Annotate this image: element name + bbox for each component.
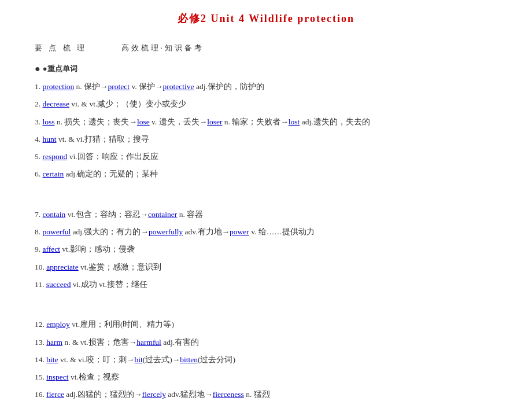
vocab-list-2: 7. contain vt.包含；容纳；容忍→container n. 容器 8… [35, 208, 497, 292]
section1-label: ● ●重点单词 [35, 64, 497, 74]
list-item: 14. bite vt. & vi.咬；叮；刺→bit(过去式)→bitten(… [35, 353, 497, 367]
list-item: 7. contain vt.包含；容纳；容忍→container n. 容器 [35, 208, 497, 222]
list-item: 1. protection n. 保护→protect v. 保护→protec… [35, 80, 497, 94]
list-item: 3. loss n. 损失；遗失；丧失→lose v. 遗失，丢失→loser … [35, 115, 497, 129]
section1-group: ● ●重点单词 1. protection n. 保护→protect v. 保… [35, 64, 497, 182]
list-item: 9. affect vt.影响；感动；侵袭 [35, 242, 497, 256]
vocab-list-3: 12. employ vt.雇用；利用(时间、精力等) 13. harm n. … [35, 318, 497, 402]
list-item: 13. harm n. & vt.损害；危害→harmful adj.有害的 [35, 336, 497, 349]
list-item: 10. appreciate vt.鉴赏；感激；意识到 [35, 260, 497, 274]
list-item: 6. certain adj.确定的；无疑的；某种 [35, 167, 497, 181]
divider2 [35, 306, 497, 318]
list-item: 5. respond vi.回答；响应；作出反应 [35, 150, 497, 164]
list-item: 15. inspect vt.检查；视察 [35, 370, 497, 384]
list-item: 8. powerful adj.强大的；有力的→powerfully adv.有… [35, 225, 497, 239]
list-item: 2. decrease vi. & vt.减少；（使）变小或变少 [35, 97, 497, 111]
list-item: 4. hunt vt. & vi.打猎；猎取；搜寻 [35, 132, 497, 146]
header-label: 要 点 梳 理 [35, 43, 87, 53]
vocab-list-1: 1. protection n. 保护→protect v. 保护→protec… [35, 80, 497, 182]
list-item: 12. employ vt.雇用；利用(时间、精力等) [35, 318, 497, 332]
list-item: 11. succeed vi.成功 vt.接替；继任 [35, 278, 497, 292]
section3-group: 12. employ vt.雇用；利用(时间、精力等) 13. harm n. … [35, 318, 497, 402]
divider1 [35, 196, 497, 208]
page-title: 必修2 Unit 4 Wildlife protection [35, 12, 497, 25]
list-item: 16. fierce adj.凶猛的；猛烈的→fiercely adv.猛烈地→… [35, 388, 497, 402]
header-sublabel: 高效梳理·知识备考 [121, 43, 204, 53]
section2-group: 7. contain vt.包含；容纳；容忍→container n. 容器 8… [35, 208, 497, 292]
section-header-row: 要 点 梳 理 高效梳理·知识备考 [35, 43, 497, 58]
